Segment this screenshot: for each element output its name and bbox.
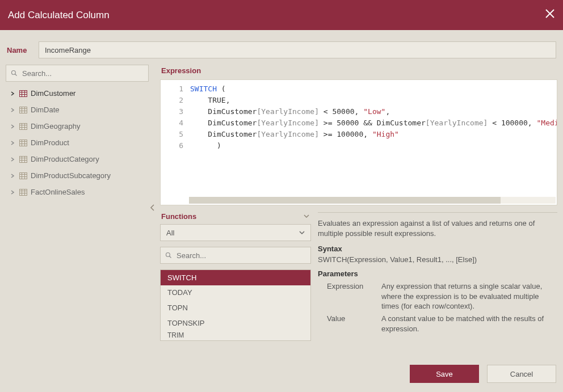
chevron-right-icon <box>10 140 16 146</box>
table-icon <box>19 172 27 179</box>
tree-item-label: DimProductSubcategory <box>31 171 111 180</box>
tree-item[interactable]: DimCustomer <box>2 85 152 102</box>
tree-item-label: DimGeography <box>31 122 80 130</box>
function-list-item[interactable]: TODAY <box>161 285 310 301</box>
tree-item[interactable]: DimGeography <box>2 118 152 134</box>
parameter-name: Expression <box>318 280 381 313</box>
search-icon <box>11 70 18 77</box>
function-description: Evaluates an expression against a list o… <box>318 218 555 239</box>
table-icon <box>19 140 27 146</box>
svg-point-39 <box>166 253 170 257</box>
svg-rect-29 <box>20 172 27 179</box>
chevron-right-icon <box>10 189 16 196</box>
sidebar: DimCustomerDimDateDimGeographyDimProduct… <box>0 63 154 360</box>
search-icon <box>165 252 172 259</box>
svg-line-40 <box>170 256 171 258</box>
parameters-table: ExpressionAny expression that returns a … <box>318 280 555 335</box>
function-list-item[interactable]: TRIM <box>161 330 310 340</box>
sidebar-search-input[interactable] <box>21 69 144 78</box>
svg-rect-9 <box>20 107 27 113</box>
tree-item-label: DimCustomer <box>31 89 75 98</box>
cancel-button[interactable]: Cancel <box>487 365 556 383</box>
expression-label: Expression <box>161 66 557 75</box>
tree-item-label: FactOnlineSales <box>31 188 85 196</box>
chevron-right-icon <box>10 123 16 130</box>
svg-rect-4 <box>20 90 27 96</box>
editor-code[interactable]: SWITCH ( TRUE, DimCustomer[YearlyIncome]… <box>190 83 557 151</box>
svg-rect-34 <box>20 189 27 195</box>
close-icon[interactable] <box>545 9 555 22</box>
parameters-heading: Parameters <box>318 269 555 278</box>
functions-filter-value: All <box>166 229 174 237</box>
name-input[interactable] <box>39 41 556 58</box>
tree-item[interactable]: DimProductSubcategory <box>2 167 152 184</box>
collapse-sidebar-button[interactable] <box>150 204 156 213</box>
functions-list: SWITCHTODAYTOPNTOPNSKIPTRIM <box>160 269 311 341</box>
functions-filter-select[interactable]: All <box>160 224 311 241</box>
chevron-right-icon <box>10 107 16 113</box>
sidebar-search[interactable] <box>6 65 149 82</box>
svg-rect-24 <box>20 156 27 162</box>
table-icon <box>19 90 27 97</box>
tree-item[interactable]: FactOnlineSales <box>2 184 152 200</box>
tree-item-label: DimProduct <box>31 138 69 147</box>
tree-item[interactable]: DimDate <box>2 102 152 118</box>
tree-item[interactable]: DimProduct <box>2 134 152 151</box>
titlebar: Add Calculated Column <box>0 0 563 30</box>
svg-rect-14 <box>20 123 27 129</box>
name-row: Name <box>0 30 563 63</box>
functions-collapse-button[interactable] <box>303 212 310 221</box>
function-syntax: SWITCH(Expression, Value1, Result1, ...,… <box>318 255 555 264</box>
parameter-desc: A constant value to be matched with the … <box>381 313 555 335</box>
parameter-desc: Any expression that returns a single sca… <box>381 280 555 313</box>
functions-search[interactable] <box>160 247 311 264</box>
chevron-right-icon <box>10 156 16 163</box>
chevron-down-icon <box>299 230 305 235</box>
expression-editor[interactable]: 123456 SWITCH ( TRUE, DimCustomer[Yearly… <box>160 79 557 205</box>
function-help-panel: Evaluates an expression against a list o… <box>318 212 557 360</box>
dialog-title: Add Calculated Column <box>8 10 110 21</box>
editor-h-scrollbar[interactable] <box>189 197 556 204</box>
tree-item-label: DimDate <box>31 106 60 114</box>
tree-item-label: DimProductCategory <box>31 155 99 163</box>
chevron-right-icon <box>10 90 16 97</box>
footer: Save Cancel <box>0 360 563 387</box>
tree-item[interactable]: DimProductCategory <box>2 151 152 167</box>
function-list-item[interactable]: TOPN <box>161 300 310 315</box>
svg-point-2 <box>12 71 16 75</box>
svg-line-3 <box>15 74 17 76</box>
table-icon <box>19 123 27 130</box>
function-list-item[interactable]: TOPNSKIP <box>161 315 310 331</box>
table-icon <box>19 156 27 163</box>
chevron-right-icon <box>10 172 16 179</box>
editor-gutter: 123456 <box>161 80 189 205</box>
table-tree: DimCustomerDimDateDimGeographyDimProduct… <box>0 85 154 200</box>
parameter-row: ExpressionAny expression that returns a … <box>318 280 555 313</box>
parameter-row: ValueA constant value to be matched with… <box>318 313 555 335</box>
name-label: Name <box>7 46 33 54</box>
syntax-heading: Syntax <box>318 245 555 253</box>
table-icon <box>19 107 27 113</box>
functions-search-input[interactable] <box>175 251 306 260</box>
table-icon <box>19 189 27 196</box>
functions-label: Functions <box>161 212 196 221</box>
save-button[interactable]: Save <box>410 365 479 383</box>
svg-rect-19 <box>20 140 27 146</box>
parameter-name: Value <box>318 313 381 335</box>
function-list-item[interactable]: SWITCH <box>161 270 310 285</box>
